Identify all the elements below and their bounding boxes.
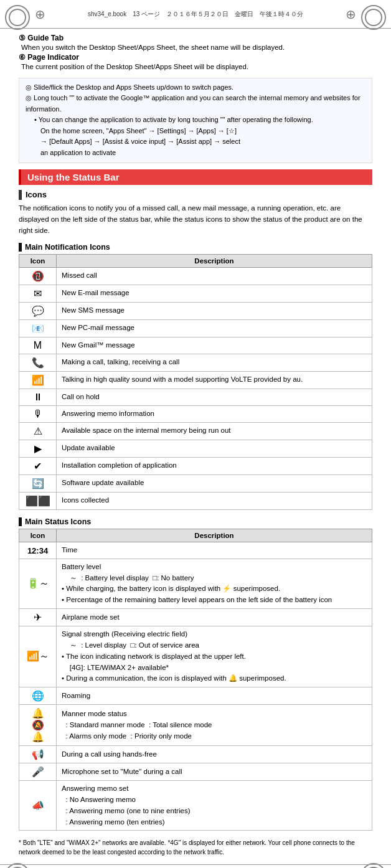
icon-cell: 📧 xyxy=(19,319,57,337)
table-row: 📶Talking in high quality sound with a mo… xyxy=(19,371,372,389)
desc-cell: Talking in high quality sound with a mod… xyxy=(57,371,372,389)
table-row: 📶～Signal strength (Receiving electric fi… xyxy=(19,626,372,687)
subsection-title: Icons xyxy=(26,190,47,199)
icon-cell: M xyxy=(19,337,57,354)
desc-cell: Answering memo information xyxy=(57,405,372,422)
table-row: ▶Update available xyxy=(19,440,372,457)
icon-cell: 🌐 xyxy=(19,687,57,705)
icon-cell: 12:34 xyxy=(19,542,57,559)
notification-col-desc: Description xyxy=(57,254,372,267)
table-row: 📣Answering memo set : No Answering memo … xyxy=(19,781,372,831)
guide-item6-text: The current position of the Desktop Shee… xyxy=(21,62,372,72)
status-icons-title: Main Status Icons xyxy=(25,517,91,526)
table-row: 🔋～Battery level ～ : Battery level displa… xyxy=(19,559,372,608)
desc-cell: Available space on the internal memory b… xyxy=(57,422,372,440)
table-row: 12:34Time xyxy=(19,542,372,559)
table-row: ✉New E-mail message xyxy=(19,285,372,302)
icon-cell: 📞 xyxy=(19,354,57,371)
icon-cell: ⬛⬛ xyxy=(19,492,57,509)
table-row: MNew Gmail™ message xyxy=(19,337,372,354)
table-row: 📞Making a call, talking, receiving a cal… xyxy=(19,354,372,371)
notification-icons-table: Icon Description 📵Missed call✉New E-mail… xyxy=(19,254,372,510)
icon-cell: 🔋～ xyxy=(19,559,57,608)
status-col-icon: Icon xyxy=(19,529,57,542)
icon-cell: 🎙 xyxy=(19,405,57,422)
icon-cell: 📣 xyxy=(19,781,57,831)
subsection-header: Icons xyxy=(19,190,372,200)
top-bar-crosshair-right: ⊕ xyxy=(346,7,356,22)
desc-cell: New Gmail™ message xyxy=(57,337,372,354)
status-icons-table: Icon Description 12:34Time🔋～Battery leve… xyxy=(19,529,372,831)
table-row: 🔄Software update available xyxy=(19,474,372,492)
icon-cell: 💬 xyxy=(19,302,57,319)
icon-cell: ✉ xyxy=(19,285,57,302)
note2: ◎ Long touch "" to activate the Google™ … xyxy=(26,93,365,115)
table-row: ⬛⬛Icons collected xyxy=(19,492,372,509)
icon-cell: ⏸ xyxy=(19,389,57,405)
notification-icons-header: Main Notification Icons xyxy=(19,243,372,252)
top-bar-text: shv34_e.book 13 ページ ２０１６年５月２０日 金曜日 午後１時４… xyxy=(88,10,303,19)
notification-icons-title: Main Notification Icons xyxy=(25,243,110,252)
desc-cell: Icons collected xyxy=(57,492,372,509)
table-row: ⏸Call on hold xyxy=(19,389,372,405)
desc-cell: Answering memo set : No Answering memo :… xyxy=(57,781,372,831)
top-bar: ⊕ shv34_e.book 13 ページ ２０１６年５月２０日 金曜日 午後１… xyxy=(0,0,391,29)
guide-section: ⑤ Guide Tab When you switch the Desktop … xyxy=(19,34,372,73)
desc-cell: Battery level ～ : Battery level display … xyxy=(57,559,372,608)
table-row: 🔔🔕🔔Manner mode status : Standard manner … xyxy=(19,705,372,746)
notification-col-icon: Icon xyxy=(19,254,57,267)
icon-cell: ✈ xyxy=(19,609,57,626)
guide-item5-text: When you switch the Desktop Sheet/Apps S… xyxy=(21,42,372,53)
table-row: ✈Airplane mode set xyxy=(19,609,372,626)
desc-cell: New SMS message xyxy=(57,302,372,319)
icon-cell: ✔ xyxy=(19,457,57,474)
desc-cell: Software update available xyxy=(57,474,372,492)
desc-cell: Microphone set to "Mute" during a call xyxy=(57,763,372,781)
desc-cell: Signal strength (Receiving electric fiel… xyxy=(57,626,372,687)
table-row: 🎙Answering memo information xyxy=(19,405,372,422)
note-box: ◎ Slide/flick the Desktop and Apps Sheet… xyxy=(19,78,372,163)
desc-cell: Call on hold xyxy=(57,389,372,405)
footnote: * Both "LTE" and "WiMAX 2+" networks are… xyxy=(19,838,372,857)
desc-cell: Missed call xyxy=(57,267,372,285)
section-title: Using the Status Bar xyxy=(27,172,120,182)
status-col-desc: Description xyxy=(57,529,372,542)
icon-cell: ⚠ xyxy=(19,422,57,440)
status-icons-header: Main Status Icons xyxy=(19,517,372,526)
main-content: ⑤ Guide Tab When you switch the Desktop … xyxy=(0,29,391,864)
note2b: • You can change the application to acti… xyxy=(34,115,365,126)
icon-cell: 🔄 xyxy=(19,474,57,492)
icon-cell: 🎤 xyxy=(19,763,57,781)
desc-cell: Update available xyxy=(57,440,372,457)
intro-text: The notification icons to notify you of … xyxy=(19,202,372,237)
desc-cell: Roaming xyxy=(57,687,372,705)
section-header: Using the Status Bar xyxy=(19,169,372,185)
desc-cell: Making a call, talking, receiving a call xyxy=(57,354,372,371)
guide-item5-title: ⑤ Guide Tab xyxy=(19,34,372,42)
desc-cell: Time xyxy=(57,542,372,559)
table-row: 🎤Microphone set to "Mute" during a call xyxy=(19,763,372,781)
table-row: 📧New PC-mail message xyxy=(19,319,372,337)
desc-cell: New PC-mail message xyxy=(57,319,372,337)
icon-cell: 🔔🔕🔔 xyxy=(19,705,57,746)
icon-cell: ▶ xyxy=(19,440,57,457)
table-row: 📢During a call using hands-free xyxy=(19,746,372,763)
note2c: On the home screen, "Apps Sheet" → [Sett… xyxy=(40,126,365,159)
icon-cell: 📶 xyxy=(19,371,57,389)
icon-cell: 📵 xyxy=(19,267,57,285)
icon-cell: 📢 xyxy=(19,746,57,763)
top-bar-crosshair-left: ⊕ xyxy=(35,7,45,22)
note1: ◎ Slide/flick the Desktop and Apps Sheet… xyxy=(26,82,365,93)
table-row: 📵Missed call xyxy=(19,267,372,285)
icon-cell: 📶～ xyxy=(19,626,57,687)
bottom-bar: ⊕ shv34_e_01.fm [13/27] 13 ⊕ xyxy=(0,864,391,868)
desc-cell: New E-mail message xyxy=(57,285,372,302)
table-row: ✔Installation completion of application xyxy=(19,457,372,474)
desc-cell: Manner mode status : Standard manner mod… xyxy=(57,705,372,746)
table-row: ⚠Available space on the internal memory … xyxy=(19,422,372,440)
guide-item6-title: ⑥ Page Indicator xyxy=(19,53,372,62)
desc-cell: During a call using hands-free xyxy=(57,746,372,763)
table-row: 🌐Roaming xyxy=(19,687,372,705)
desc-cell: Installation completion of application xyxy=(57,457,372,474)
desc-cell: Airplane mode set xyxy=(57,609,372,626)
